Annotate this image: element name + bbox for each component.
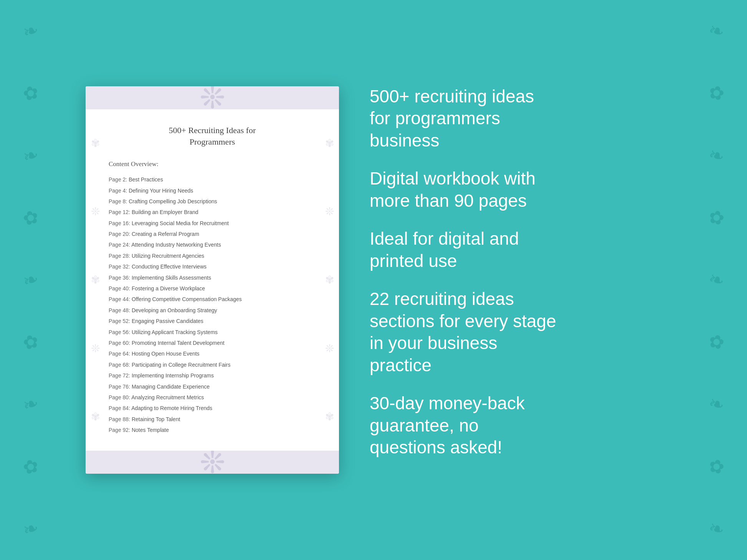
document-content: 500+ Recruiting Ideas for Programmers Co… <box>86 109 339 451</box>
toc-page-number: Page 28: <box>109 253 130 259</box>
toc-page-number: Page 36: <box>109 275 130 281</box>
toc-item: Page 84: Adapting to Remote Hiring Trend… <box>109 403 316 413</box>
toc-item: Page 32: Conducting Effective Interviews <box>109 261 316 272</box>
main-container: ❊ ✾ ❊ ✾ ❊ ✾ ✾ ❊ ✾ ❊ ✾ 500+ Recruiting Id… <box>0 63 747 498</box>
toc-item: Page 56: Utilizing Applicant Tracking Sy… <box>109 327 316 338</box>
document-title: 500+ Recruiting Ideas for Programmers <box>109 125 316 148</box>
toc-item: Page 72: Implementing Internship Program… <box>109 370 316 381</box>
toc-page-number: Page 2: <box>109 176 127 183</box>
feature-text: Digital workbook with more than 90 pages <box>370 168 661 212</box>
toc-page-number: Page 24: <box>109 242 130 248</box>
toc-item: Page 40: Fostering a Diverse Workplace <box>109 283 316 294</box>
floral-item: ❧ <box>21 20 40 42</box>
feature-item: Digital workbook with more than 90 pages <box>370 168 661 212</box>
toc-item: Page 20: Creating a Referral Program <box>109 229 316 239</box>
toc-page-number: Page 92: <box>109 427 130 433</box>
toc-page-number: Page 64: <box>109 351 130 357</box>
toc-page-number: Page 60: <box>109 340 130 346</box>
toc-item: Page 68: Participating in College Recrui… <box>109 359 316 370</box>
mandala-bottom-icon: ❊ <box>200 451 225 474</box>
document-bottom-decoration: ❊ <box>86 451 339 474</box>
floral-item: ❧ <box>706 518 726 540</box>
toc-item: Page 88: Retaining Top Talent <box>109 414 316 425</box>
toc-item: Page 24: Attending Industry Networking E… <box>109 239 316 250</box>
toc-page-number: Page 76: <box>109 384 130 390</box>
toc-page-number: Page 68: <box>109 362 130 368</box>
toc-item: Page 76: Managing Candidate Experience <box>109 381 316 392</box>
toc-item: Page 2: Best Practices <box>109 174 316 185</box>
toc-page-number: Page 16: <box>109 220 130 226</box>
toc-page-number: Page 80: <box>109 394 130 400</box>
feature-text: Ideal for digital and printed use <box>370 228 661 272</box>
toc-page-number: Page 52: <box>109 318 130 324</box>
toc-item: Page 44: Offering Competitive Compensati… <box>109 294 316 305</box>
toc-item: Page 4: Defining Your Hiring Needs <box>109 185 316 196</box>
features-panel: 500+ recruiting ideas for programmers bu… <box>370 86 661 475</box>
feature-text: 500+ recruiting ideas for programmers bu… <box>370 86 661 152</box>
toc-item: Page 8: Crafting Compelling Job Descript… <box>109 196 316 207</box>
toc-item: Page 92: Notes Template <box>109 425 316 435</box>
toc-item: Page 36: Implementing Skills Assessments <box>109 272 316 283</box>
toc-page-number: Page 32: <box>109 264 130 270</box>
feature-text: 22 recruiting ideas sections for every s… <box>370 288 661 376</box>
toc-page-number: Page 72: <box>109 372 130 379</box>
toc-item: Page 12: Building an Employer Brand <box>109 207 316 217</box>
toc-item: Page 16: Leveraging Social Media for Rec… <box>109 218 316 229</box>
toc-page-number: Page 84: <box>109 405 130 411</box>
feature-item: Ideal for digital and printed use <box>370 228 661 272</box>
toc-page-number: Page 40: <box>109 285 130 292</box>
floral-item: ❧ <box>21 518 40 540</box>
feature-text: 30-day money-back guarantee, no question… <box>370 392 661 459</box>
toc-page-number: Page 20: <box>109 231 130 237</box>
overview-heading: Content Overview: <box>109 160 316 168</box>
mandala-top-icon: ❊ <box>200 86 225 109</box>
toc-item: Page 60: Promoting Internal Talent Devel… <box>109 338 316 348</box>
document-top-decoration: ❊ <box>86 86 339 109</box>
toc-page-number: Page 8: <box>109 198 127 204</box>
toc-page-number: Page 12: <box>109 209 130 215</box>
toc-item: Page 52: Engaging Passive Candidates <box>109 316 316 326</box>
toc-item: Page 28: Utilizing Recruitment Agencies <box>109 250 316 261</box>
floral-item: ❧ <box>706 20 726 42</box>
toc-page-number: Page 56: <box>109 329 130 335</box>
toc-item: Page 80: Analyzing Recruitment Metrics <box>109 392 316 403</box>
feature-item: 22 recruiting ideas sections for every s… <box>370 288 661 376</box>
toc-page-number: Page 88: <box>109 416 130 422</box>
document-mockup: ❊ ✾ ❊ ✾ ❊ ✾ ✾ ❊ ✾ ❊ ✾ 500+ Recruiting Id… <box>86 86 339 474</box>
feature-item: 30-day money-back guarantee, no question… <box>370 392 661 459</box>
toc-page-number: Page 4: <box>109 188 127 194</box>
toc-page-number: Page 44: <box>109 296 130 302</box>
toc-item: Page 64: Hosting Open House Events <box>109 348 316 359</box>
table-of-contents: Page 2: Best PracticesPage 4: Defining Y… <box>109 174 316 435</box>
feature-item: 500+ recruiting ideas for programmers bu… <box>370 86 661 152</box>
toc-item: Page 48: Developing an Onboarding Strate… <box>109 305 316 316</box>
toc-page-number: Page 48: <box>109 307 130 313</box>
